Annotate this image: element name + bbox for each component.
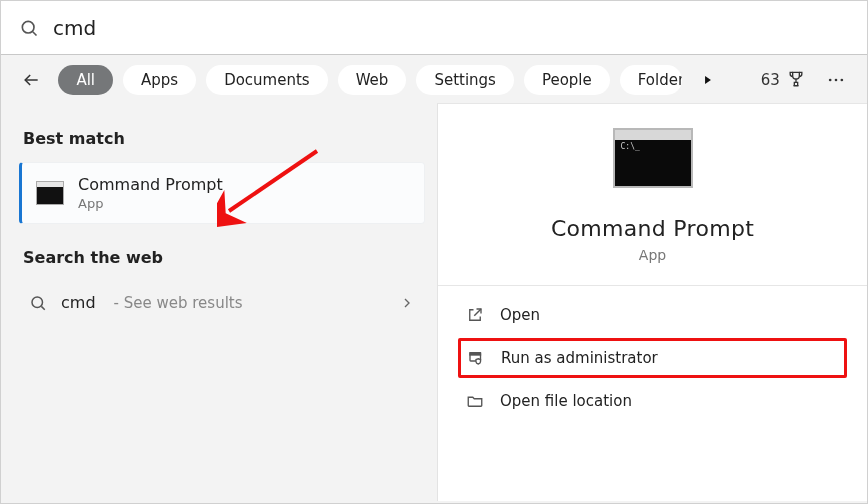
filter-scroll-right[interactable]	[696, 65, 721, 95]
command-prompt-icon-large	[613, 128, 693, 188]
svg-point-0	[22, 21, 34, 33]
divider	[438, 285, 867, 286]
web-search-row[interactable]: cmd - See web results	[19, 281, 425, 324]
action-open-location[interactable]: Open file location	[458, 382, 847, 420]
web-hint: - See web results	[114, 294, 243, 312]
svg-point-4	[829, 79, 832, 82]
action-label: Run as administrator	[501, 349, 658, 367]
preview-subtitle: App	[639, 247, 666, 263]
chevron-right-icon	[399, 295, 415, 311]
filter-documents[interactable]: Documents	[206, 65, 328, 95]
search-icon	[19, 18, 39, 38]
action-open[interactable]: Open	[458, 296, 847, 334]
filter-apps[interactable]: Apps	[123, 65, 196, 95]
action-label: Open	[500, 306, 540, 324]
action-run-as-admin[interactable]: Run as administrator	[458, 338, 847, 378]
result-title: Command Prompt	[78, 175, 223, 194]
svg-point-5	[835, 79, 838, 82]
folder-icon	[466, 392, 484, 410]
open-icon	[466, 306, 484, 324]
svg-line-1	[33, 31, 37, 35]
filter-settings[interactable]: Settings	[416, 65, 514, 95]
filter-web[interactable]: Web	[338, 65, 407, 95]
search-icon	[29, 294, 47, 312]
back-button[interactable]	[19, 66, 42, 94]
result-subtitle: App	[78, 196, 223, 211]
best-match-result[interactable]: Command Prompt App	[19, 162, 425, 224]
main-content: Best match Command Prompt App Search the…	[1, 103, 867, 501]
admin-shield-icon	[467, 349, 485, 367]
action-label: Open file location	[500, 392, 632, 410]
svg-point-6	[841, 79, 844, 82]
trophy-icon	[786, 69, 808, 91]
svg-line-8	[41, 306, 44, 309]
filter-people[interactable]: People	[524, 65, 610, 95]
filter-all[interactable]: All	[58, 65, 113, 95]
search-input[interactable]	[53, 16, 849, 40]
web-query: cmd	[61, 293, 96, 312]
filter-row: All Apps Documents Web Settings People F…	[1, 55, 867, 103]
preview-panel: Command Prompt App Open Run as administr…	[437, 103, 867, 501]
results-column: Best match Command Prompt App Search the…	[1, 103, 437, 501]
command-prompt-icon	[36, 181, 64, 205]
search-bar	[1, 1, 867, 55]
rewards-count: 63	[761, 71, 780, 89]
svg-point-7	[32, 297, 43, 308]
svg-marker-3	[705, 76, 711, 84]
rewards-counter[interactable]: 63	[761, 69, 808, 91]
preview-title: Command Prompt	[551, 216, 754, 241]
search-web-heading: Search the web	[23, 248, 425, 267]
best-match-heading: Best match	[23, 129, 425, 148]
filter-folders[interactable]: Folders	[620, 65, 682, 95]
svg-rect-10	[470, 353, 481, 355]
more-button[interactable]	[824, 65, 849, 95]
